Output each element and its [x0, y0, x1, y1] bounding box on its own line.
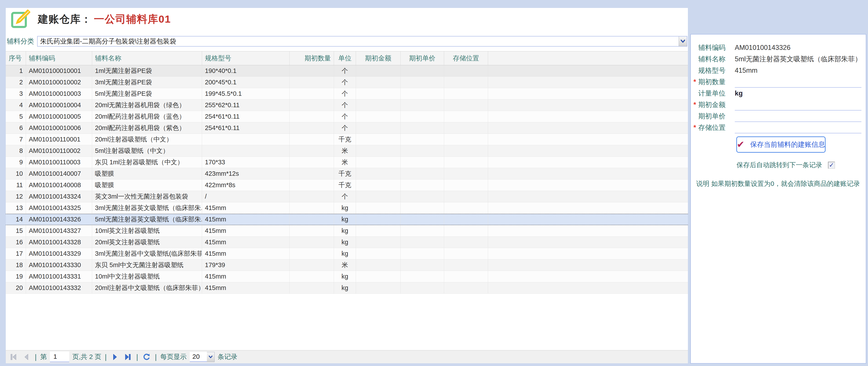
field-input[interactable]: [735, 77, 861, 88]
cell-location: [444, 111, 488, 122]
cell-amount: [356, 271, 401, 282]
column-header-spec[interactable]: 规格型号: [202, 52, 289, 65]
table-row[interactable]: 7AM01010011000120ml注射器吸塑纸（中文）千克: [6, 134, 688, 145]
page-header: 建账仓库：一公司辅料库01: [10, 9, 171, 29]
cell-price: [401, 179, 444, 191]
cell-seq: 13: [6, 202, 26, 213]
cell-location: [444, 214, 488, 225]
cell-amount: [356, 111, 401, 122]
table-row[interactable]: 3AM0101000100035ml无菌注射器PE袋199*45.5*0.1个: [6, 88, 688, 100]
table-row[interactable]: 5AM01010001000520ml配药注射器机用袋（蓝色）254*61*0.…: [6, 111, 688, 122]
column-header-name[interactable]: 辅料名称: [92, 52, 202, 65]
separator: |: [136, 353, 138, 361]
cell-price: [401, 260, 444, 271]
table-row[interactable]: 8AM0101001100025ml注射器吸塑纸（中文）米: [6, 145, 688, 157]
auto-next-label: 保存后自动跳转到下一条记录: [737, 161, 822, 170]
page-size-input[interactable]: [190, 352, 207, 362]
table-row[interactable]: 2AM0101000100023ml无菌注射器PE袋200*45*0.1个: [6, 77, 688, 88]
page-size-trigger[interactable]: [207, 352, 215, 362]
field-label: 计量单位: [698, 89, 732, 98]
cell-spec: 415mm: [202, 282, 289, 294]
cell-price: [401, 248, 444, 259]
table-row[interactable]: 17AM0101001433293ml无菌注射器中文吸塑纸(临床部朱菲)415m…: [6, 248, 688, 260]
table-row[interactable]: 16AM01010014332820ml英文注射器吸塑纸415mmkg: [6, 237, 688, 248]
table-row[interactable]: 19AM01010014333110ml中文注射器吸塑纸415mmkg: [6, 271, 688, 282]
column-header-price[interactable]: 期初单价: [401, 52, 444, 65]
cell-qty: [289, 168, 334, 179]
table-row[interactable]: 10AM010100140007吸塑膜423mm*12s千克: [6, 168, 688, 179]
column-header-code[interactable]: 辅料编码: [26, 52, 92, 65]
column-header-seq[interactable]: 序号: [6, 52, 26, 65]
grid-header: 序号辅料编码辅料名称规格型号期初数量单位期初金额期初单价存储位置: [6, 51, 688, 65]
cell-spec: 170*33: [202, 157, 289, 168]
first-page-button[interactable]: [9, 352, 19, 362]
field-row: 规格型号415mm: [693, 65, 863, 76]
required-marker: *: [693, 124, 698, 132]
table-row[interactable]: 14AM0101001433265ml无菌注射器英文吸塑纸（临床部朱...415…: [6, 214, 688, 225]
cell-location: [444, 88, 488, 99]
cell-name: 5ml无菌注射器PE袋: [92, 88, 202, 99]
field-label: 期初金额: [698, 100, 732, 109]
cell-unit: kg: [334, 248, 356, 259]
cell-location: [444, 225, 488, 236]
category-filter-label: 辅料分类: [7, 37, 34, 46]
cell-price: [401, 77, 444, 88]
cell-seq: 7: [6, 134, 26, 145]
field-input[interactable]: [735, 100, 861, 110]
cell-name: 东贝 5ml中文无菌注射器吸塑纸: [92, 260, 202, 271]
cell-code: AM010100143327: [26, 225, 92, 236]
field-input[interactable]: [735, 122, 861, 133]
cell-price: [401, 145, 444, 157]
page-number-input[interactable]: [50, 352, 69, 362]
table-row[interactable]: 11AM010100140008吸塑膜422mm*8s千克: [6, 179, 688, 191]
cell-code: AM010100110002: [26, 145, 92, 157]
table-row[interactable]: 13AM0101001433253ml无菌注射器英文吸塑纸（临床部朱...415…: [6, 202, 688, 214]
cell-amount: [356, 145, 401, 157]
field-input[interactable]: [735, 111, 861, 122]
cell-unit: 千克: [334, 134, 356, 145]
prev-page-button[interactable]: [22, 352, 31, 362]
page-root: 建账仓库：一公司辅料库01 辅料分类 序号辅料编码辅料名称规格型号期初数量单位期…: [0, 0, 868, 366]
table-row[interactable]: 15AM01010014332710ml英文注射器吸塑纸415mmkg: [6, 225, 688, 237]
field-label: 规格型号: [698, 66, 732, 75]
next-page-button[interactable]: [110, 352, 120, 362]
cell-unit: 千克: [334, 168, 356, 179]
category-combo-input[interactable]: [38, 36, 679, 46]
cell-location: [444, 100, 488, 111]
cell-location: [444, 134, 488, 145]
cell-name: 3ml无菌注射器中文吸塑纸(临床部朱菲): [92, 248, 202, 259]
refresh-button[interactable]: [142, 352, 151, 362]
cell-unit: 千克: [334, 179, 356, 191]
pagination-bar: | 第 页,共 2 页 | |: [6, 350, 688, 363]
cell-qty: [289, 237, 334, 248]
cell-location: [444, 248, 488, 259]
table-row[interactable]: 1AM0101000100011ml无菌注射器PE袋190*40*0.1个: [6, 65, 688, 77]
cell-seq: 11: [6, 179, 26, 191]
table-row[interactable]: 12AM010100143324英文3ml一次性无菌注射器包装袋/个: [6, 191, 688, 202]
column-header-location[interactable]: 存储位置: [444, 52, 488, 65]
cell-price: [401, 214, 444, 225]
cell-price: [401, 134, 444, 145]
save-button[interactable]: ✔ 保存当前辅料的建账信息: [736, 136, 826, 153]
table-row[interactable]: 6AM01010001000620ml配药注射器机用袋（紫色）254*61*0.…: [6, 122, 688, 134]
category-combo-trigger[interactable]: [679, 36, 687, 46]
column-header-amount[interactable]: 期初金额: [356, 52, 401, 65]
table-row[interactable]: 18AM010100143330东贝 5ml中文无菌注射器吸塑纸179*39米: [6, 260, 688, 271]
warehouse-setup-section: 建账仓库：一公司辅料库01 辅料分类 序号辅料编码辅料名称规格型号期初数量单位期…: [5, 8, 688, 364]
cell-qty: [289, 157, 334, 168]
cell-qty: [289, 260, 334, 271]
cell-spec: 415mm: [202, 202, 289, 213]
table-row[interactable]: 9AM010100110003东贝 1ml注射器吸塑纸（中文）170*33米: [6, 157, 688, 168]
cell-spec: 254*61*0.11: [202, 111, 289, 122]
table-row[interactable]: 20AM01010014333220ml注射器中文吸塑纸（临床部朱菲）415mm…: [6, 282, 688, 294]
cell-spec: /: [202, 191, 289, 202]
last-page-button[interactable]: [123, 352, 132, 362]
cell-price: [401, 191, 444, 202]
cell-unit: 米: [334, 145, 356, 157]
cell-code: AM010100143330: [26, 260, 92, 271]
cell-amount: [356, 88, 401, 99]
table-row[interactable]: 4AM01010001000420ml无菌注射器机用袋（绿色）255*62*0.…: [6, 100, 688, 111]
column-header-unit[interactable]: 单位: [334, 52, 356, 65]
column-header-qty[interactable]: 期初数量: [289, 52, 334, 65]
auto-next-checkbox[interactable]: ✓: [828, 162, 835, 169]
